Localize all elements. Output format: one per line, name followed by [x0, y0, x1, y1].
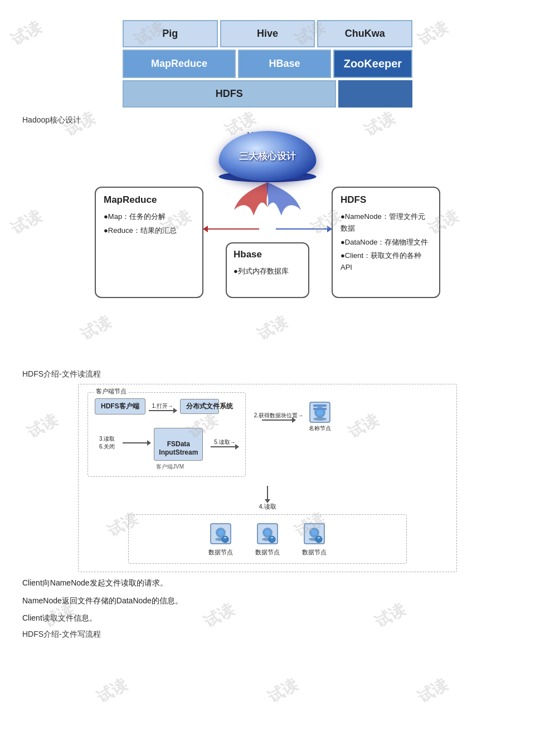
svg-rect-4	[313, 404, 327, 407]
step5-arrowhead	[235, 444, 242, 450]
step2-line	[262, 420, 295, 421]
step2-namenode-area: 2.获得数据块位置→ 名称节点	[254, 400, 332, 432]
globe-sphere: 三大核心设计	[219, 131, 317, 181]
client-node-label: 客户端节点	[94, 387, 129, 396]
data-node-3: 数据节点	[302, 521, 327, 557]
stack-row-1: Pig Hive ChuKwa	[123, 20, 412, 47]
step5-arrow: 5.读取→	[211, 438, 239, 447]
top-flow-row: HDFS客户端 1.打开→ 分布式文件系统	[95, 398, 239, 414]
hbase-box: Hbase ●列式内存数据库	[226, 242, 309, 298]
step36-line	[123, 442, 150, 443]
mapreduce-title: MapReduce	[104, 194, 194, 206]
data-node-icon-2	[255, 521, 280, 546]
stack-right-spacer	[338, 80, 412, 108]
hdfs-read-diagram: 客户端节点 HDFS客户端 1.打开→ 分布式文件系统 3.读取 6.关闭	[78, 384, 457, 572]
step2-arrowhead	[292, 417, 299, 423]
data-node-label-3: 数据节点	[302, 548, 327, 557]
data-node-label-2: 数据节点	[255, 548, 280, 557]
text-3: Client读取文件信息。	[22, 612, 513, 625]
data-node-label-1: 数据节点	[208, 548, 233, 557]
name-node-icon	[308, 400, 332, 425]
step1-label: 1.打开→	[152, 402, 173, 410]
name-node-label: 名称节点	[309, 425, 331, 432]
text-2: NameNode返回文件存储的DataNode的信息。	[22, 594, 513, 608]
svg-point-8	[218, 530, 223, 535]
client-node-box: 客户端节点 HDFS客户端 1.打开→ 分布式文件系统 3.读取 6.关闭	[87, 392, 246, 477]
hdfs-box: HDFS ●NameNode：管理文件元数据 ●DataNode：存储物理文件 …	[332, 187, 440, 298]
data-node-1: 数据节点	[208, 521, 233, 557]
hbase-content: ●列式内存数据库	[234, 266, 289, 277]
stack-hbase: HBase	[238, 50, 331, 78]
hdfs-point-1: ●NameNode：管理文件元数据	[341, 211, 431, 235]
hdfs-write-label: HDFS介绍-文件写流程	[22, 630, 513, 640]
step5-line	[211, 446, 239, 447]
left-arrowhead	[200, 226, 208, 232]
hdfs-point-2: ●DataNode：存储物理文件	[341, 237, 431, 248]
hdfs-title: HDFS	[341, 194, 431, 206]
mapreduce-box: MapReduce ●Map：任务的分解 ●Reduce：结果的汇总	[95, 187, 203, 298]
data-node-icon-3	[302, 521, 327, 546]
stack-mapreduce: MapReduce	[123, 50, 236, 78]
svg-point-18	[312, 530, 317, 535]
svg-point-3	[313, 417, 327, 421]
core-design-diagram: 三大核心设计 MapReduce ●Map：任务的分解 ●Reduce：结果的汇…	[89, 131, 446, 365]
stack-chukwa: ChuKwa	[317, 20, 412, 47]
hdfs-content: ●NameNode：管理文件元数据 ●DataNode：存储物理文件 ●Clie…	[341, 211, 431, 274]
step36-label: 3.读取 6.关闭	[99, 435, 115, 451]
step1-arrow: 1.打开→	[149, 402, 177, 411]
stack-row-3: HDFS	[123, 80, 412, 108]
mapreduce-content: ●Map：任务的分解 ●Reduce：结果的汇总	[104, 211, 194, 237]
mapreduce-point-1: ●Map：任务的分解	[104, 211, 194, 223]
hadoop-label: Hadoop核心设计	[22, 115, 513, 125]
hdfs-client-box: HDFS客户端	[95, 398, 145, 414]
step36-arrowhead	[147, 440, 154, 446]
flame-decoration	[223, 177, 312, 229]
data-node-icon-1	[208, 521, 233, 546]
name-node-server: 名称节点	[308, 400, 332, 432]
step36-arrow	[123, 442, 150, 443]
hadoop-stack-diagram: Pig Hive ChuKwa MapReduce HBase ZooKeepe…	[123, 20, 412, 110]
stack-row-2: MapReduce HBase ZooKeeper	[123, 50, 412, 78]
step4-arrowhead	[265, 499, 270, 506]
text-1: Client向NameNode发起文件读取的请求。	[22, 577, 513, 590]
hdfs-point-3: ●Client：获取文件的各种API	[341, 250, 431, 274]
right-arrowhead	[327, 226, 335, 232]
globe-area: 三大核心设计	[219, 131, 317, 182]
svg-point-13	[265, 530, 270, 535]
stack-zookeeper: ZooKeeper	[333, 50, 412, 78]
stack-hdfs: HDFS	[123, 80, 336, 108]
step2-arrow: 2.获得数据块位置→	[254, 412, 303, 421]
stack-pig: Pig	[123, 20, 218, 47]
jvm-label: 客户端JVM	[156, 463, 239, 471]
svg-rect-5	[313, 408, 327, 410]
step1-arrowhead	[173, 408, 180, 413]
data-node-2: 数据节点	[255, 521, 280, 557]
fsdata-box: FSData InputStream	[154, 428, 203, 461]
data-nodes-area: 数据节点 数据节点 数据节点	[128, 514, 407, 564]
step4-area: 4.读取	[87, 486, 448, 511]
stack-hive: Hive	[220, 20, 315, 47]
hbase-title: Hbase	[234, 249, 262, 260]
step5-label: 5.读取→	[214, 438, 235, 446]
step1-line	[149, 410, 177, 411]
bottom-flow-row: 3.读取 6.关闭 FSData InputStream 5.读取→	[95, 426, 239, 461]
mapreduce-point-2: ●Reduce：结果的汇总	[104, 225, 194, 237]
hdfs-read-label: HDFS介绍-文件读流程	[22, 369, 513, 379]
distributed-fs-box: 分布式文件系统	[180, 399, 219, 414]
hbase-point-1: ●列式内存数据库	[234, 266, 289, 277]
step4-line	[267, 486, 268, 503]
step36-col: 3.读取 6.关闭	[99, 435, 115, 451]
